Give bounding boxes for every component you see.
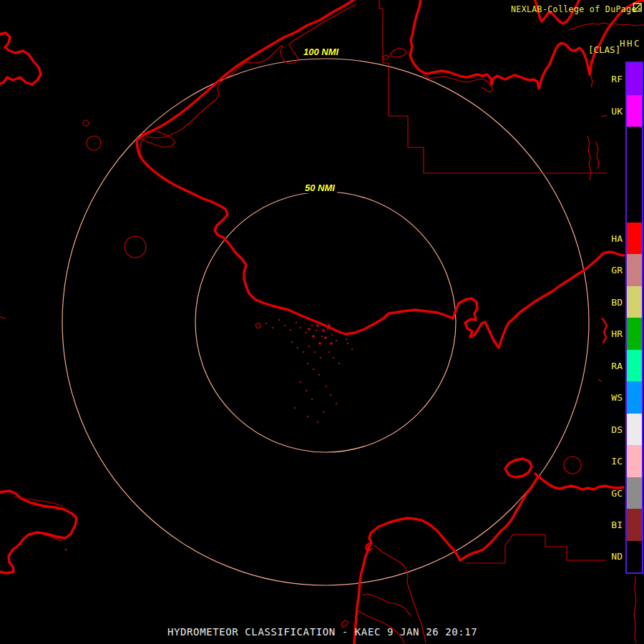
legend-swatch-bi bbox=[627, 509, 642, 541]
map-circle-southeast bbox=[564, 457, 581, 474]
brand-title: NEXLAB-College of DuPage bbox=[511, 4, 637, 14]
legend-swatch-ds bbox=[627, 414, 642, 445]
inlet-thin-3 bbox=[596, 142, 599, 169]
legend-label-ic: IC bbox=[598, 456, 623, 467]
legend-label-bd: BD bbox=[598, 297, 623, 308]
legend-label-ha: HA bbox=[598, 233, 623, 244]
legend-label-ws: WS bbox=[598, 392, 623, 403]
product-code: HHC bbox=[620, 38, 641, 49]
river-south-2 bbox=[363, 594, 411, 615]
legend-label-gr: GR bbox=[598, 265, 623, 275]
radar-map bbox=[0, 0, 644, 644]
map-circle-west bbox=[125, 236, 146, 258]
shoreline-thin-bay bbox=[423, 74, 493, 92]
map-circle-nw bbox=[87, 136, 101, 150]
legend-swatch-rf bbox=[627, 63, 642, 95]
legend-label-ra: RA bbox=[598, 361, 623, 371]
legend-swatch-bd bbox=[627, 286, 642, 318]
zone-boundary-right-edge bbox=[634, 577, 636, 643]
legend-swatch-gc bbox=[627, 477, 642, 509]
legend-swatch-hr bbox=[627, 318, 642, 350]
legend-label-nd: ND bbox=[598, 551, 623, 562]
map-speckles bbox=[265, 319, 353, 424]
inlet-thin-2 bbox=[587, 136, 591, 180]
legend-label-hr: HR bbox=[598, 328, 623, 339]
island-southeast bbox=[505, 459, 532, 477]
coastline-southwest-land bbox=[0, 491, 77, 573]
dash-right-2 bbox=[598, 379, 602, 381]
range-label-50nmi: 50 NMI bbox=[303, 182, 337, 193]
legend-swatch-ws bbox=[627, 381, 642, 414]
coastline-main bbox=[137, 0, 624, 348]
checkered-flag-icon bbox=[633, 2, 643, 16]
legend-swatch-nd bbox=[627, 541, 642, 572]
coastline-southeast bbox=[535, 474, 623, 489]
map-circle-nw-small bbox=[83, 120, 89, 126]
map-circle-center bbox=[256, 323, 261, 328]
west-edge-dash bbox=[0, 317, 6, 318]
coastline-west-blob bbox=[0, 33, 41, 84]
legend-label-rf: RF bbox=[598, 74, 623, 84]
legend-label-uk: UK bbox=[598, 106, 623, 117]
product-title: HYDROMETEOR CLASSIFICATION - KAEC 9 JAN … bbox=[167, 626, 477, 638]
legend-colorbar bbox=[625, 62, 643, 574]
shoreline-thin-northwest bbox=[140, 4, 356, 158]
legend-label-gc: GC bbox=[598, 488, 623, 499]
legend-swatch-ra bbox=[627, 350, 642, 381]
range-ring-50nmi bbox=[195, 192, 456, 452]
legend-swatch-ha bbox=[627, 223, 642, 254]
southwest-land-dot bbox=[65, 549, 67, 551]
legend-swatch-gr bbox=[627, 254, 642, 286]
product-tag: [CLAS] bbox=[588, 44, 620, 55]
legend-label-bi: BI bbox=[598, 519, 623, 530]
zone-boundary-southeast bbox=[465, 535, 606, 563]
legend-label-ds: DS bbox=[598, 424, 623, 435]
legend-swatch-gap bbox=[627, 127, 642, 223]
legend-swatch-ic bbox=[627, 445, 642, 477]
island-thin-1 bbox=[390, 48, 406, 57]
legend-swatch-uk bbox=[627, 95, 642, 127]
radar-display: NEXLAB-College of DuPage HHC [CLAS] 100 … bbox=[0, 0, 644, 644]
coastline-southeast-branch bbox=[460, 477, 538, 560]
range-label-100nmi: 100 NMI bbox=[301, 47, 341, 57]
